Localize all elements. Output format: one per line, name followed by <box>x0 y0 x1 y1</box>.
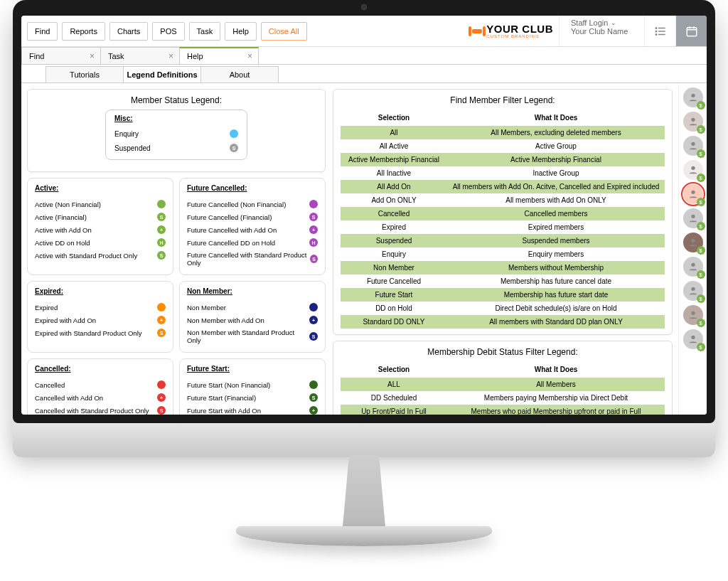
help-subtabs: Tutorials Legend Definitions About <box>21 65 707 83</box>
subtab-tutorials[interactable]: Tutorials <box>46 66 124 82</box>
workspace-tabs: Find× Task× Help× <box>21 47 707 65</box>
table-row: ExpiredExpired members <box>341 220 665 234</box>
pos-button[interactable]: POS <box>152 22 184 41</box>
table-row: Non MemberMembers without Membership <box>341 261 665 274</box>
help-button[interactable]: Help <box>225 22 257 41</box>
table-row: Add On ONLYAll members with Add On ONLY <box>341 193 665 207</box>
subtab-legend[interactable]: Legend Definitions <box>123 66 201 82</box>
money-badge-icon: $ <box>697 125 705 134</box>
avatar[interactable]: $ <box>683 233 703 252</box>
expired-card: Expired: Expired Expired with Add On+ Ex… <box>27 281 173 353</box>
brand-logo: YOUR CLUB CUSTOM BRANDING <box>472 16 559 46</box>
table-row: Standard DD ONLYAll members with Standar… <box>341 315 665 329</box>
money-badge-icon: $ <box>697 270 705 279</box>
task-button[interactable]: Task <box>189 22 221 41</box>
avatar-selected[interactable]: $ <box>683 184 703 204</box>
find-button[interactable]: Find <box>27 22 58 41</box>
debit-table: SelectionWhat It Does ALLAll MembersDD S… <box>341 361 665 415</box>
table-row: EnquiryEnquiry members <box>341 247 665 261</box>
money-badge-icon: $ <box>697 343 705 351</box>
svg-point-20 <box>691 336 695 339</box>
svg-point-5 <box>655 33 657 35</box>
svg-point-14 <box>691 191 695 194</box>
svg-point-11 <box>691 118 695 122</box>
svg-rect-6 <box>687 27 697 36</box>
avatar[interactable]: $ <box>683 136 703 156</box>
topbar: Find Reports Charts POS Task Help Close … <box>21 16 707 47</box>
svg-point-4 <box>655 31 657 32</box>
panel-title: Member Status Legend: <box>35 95 318 105</box>
svg-point-17 <box>691 263 695 267</box>
close-icon[interactable]: × <box>247 51 252 61</box>
list-view-icon[interactable] <box>644 16 675 46</box>
avatar[interactable]: $ <box>683 160 703 180</box>
active-card: Active: Active (Non Financial) Active (F… <box>27 178 173 275</box>
member-status-legend-panel: Member Status Legend: Misc: Enquiry Susp… <box>27 89 326 172</box>
dot-suspended: S <box>230 144 238 152</box>
tab-task[interactable]: Task× <box>100 47 180 64</box>
avatar[interactable]: $ <box>683 112 703 132</box>
panel-title: Membership Debit Status Filter Legend: <box>341 347 665 357</box>
calendar-icon[interactable] <box>675 16 707 46</box>
subtab-about[interactable]: About <box>200 66 279 82</box>
money-badge-icon: $ <box>697 198 705 206</box>
chevron-down-icon: ⌄ <box>611 19 616 26</box>
close-icon[interactable]: × <box>168 51 173 61</box>
money-badge-icon: $ <box>697 222 705 230</box>
table-row: DD on HoldDirect Debit schedule(s) is/ar… <box>341 302 665 315</box>
filter-table: SelectionWhat It Does AllAll Members, ex… <box>341 110 665 329</box>
avatar[interactable]: $ <box>683 329 703 349</box>
member-sidebar: $ $ $ $ $ $ $ $ $ $ $ <box>678 83 707 415</box>
money-badge-icon: $ <box>697 319 705 327</box>
debit-status-filter-panel: Membership Debit Status Filter Legend: S… <box>333 341 673 415</box>
svg-point-18 <box>691 287 695 291</box>
table-row: ALLAll Members <box>341 378 665 391</box>
dot-enquiry <box>230 129 238 138</box>
table-row: Up Front/Paid In FullMembers who paid Me… <box>341 405 665 415</box>
table-row: All InactiveInactive Group <box>341 166 665 180</box>
dumbbell-icon <box>472 29 482 33</box>
svg-point-10 <box>691 94 695 97</box>
close-icon[interactable]: × <box>90 51 95 61</box>
avatar[interactable]: $ <box>683 87 703 107</box>
avatar[interactable]: $ <box>683 257 703 277</box>
svg-point-19 <box>691 311 695 315</box>
money-badge-icon: $ <box>697 101 705 110</box>
svg-point-15 <box>691 215 695 218</box>
future-cancelled-card: Future Cancelled: Future Cancelled (Non … <box>179 178 326 275</box>
table-row: AllAll Members, excluding deleted member… <box>341 126 665 139</box>
svg-point-3 <box>655 27 657 28</box>
svg-point-13 <box>691 166 695 170</box>
future-start-card: Future Start: Future Start (Non Financia… <box>179 358 326 415</box>
find-member-filter-panel: Find Member Filter Legend: SelectionWhat… <box>333 89 673 335</box>
charts-button[interactable]: Charts <box>109 22 148 41</box>
avatar[interactable]: $ <box>683 281 703 301</box>
brand-name: YOUR CLUB <box>486 23 553 34</box>
tab-find[interactable]: Find× <box>21 47 101 64</box>
avatar[interactable]: $ <box>683 305 703 325</box>
table-row: All Add OnAll members with Add On. Acitv… <box>341 180 665 193</box>
money-badge-icon: $ <box>697 174 705 182</box>
table-row: Active Membership FinancialActive Member… <box>341 153 665 166</box>
panel-title: Find Member Filter Legend: <box>341 95 665 105</box>
reports-button[interactable]: Reports <box>62 22 105 41</box>
table-row: SuspendedSuspended members <box>341 234 665 247</box>
table-row: Future CancelledMembership has future ca… <box>341 274 665 288</box>
tab-help[interactable]: Help× <box>179 47 259 64</box>
table-row: DD ScheduledMembers paying Membership vi… <box>341 391 665 405</box>
table-row: Future StartMembership has future start … <box>341 288 665 302</box>
money-badge-icon: $ <box>697 149 705 158</box>
non-member-card: Non Member: Non Member Non Member with A… <box>179 281 326 353</box>
close-all-button[interactable]: Close All <box>261 22 307 41</box>
svg-point-16 <box>691 239 695 242</box>
staff-login-box[interactable]: Staff Login⌄ Your Club Name <box>559 16 644 46</box>
staff-login-label: Staff Login <box>571 18 608 27</box>
table-row: All ActiveActive Group <box>341 139 665 153</box>
club-name-label: Your Club Name <box>571 27 633 36</box>
money-badge-icon: $ <box>697 294 705 303</box>
money-badge-icon: $ <box>697 246 705 255</box>
misc-card: Misc: Enquiry SuspendedS <box>105 110 247 160</box>
webcam <box>361 4 367 10</box>
svg-point-12 <box>691 142 695 146</box>
avatar[interactable]: $ <box>683 208 703 228</box>
